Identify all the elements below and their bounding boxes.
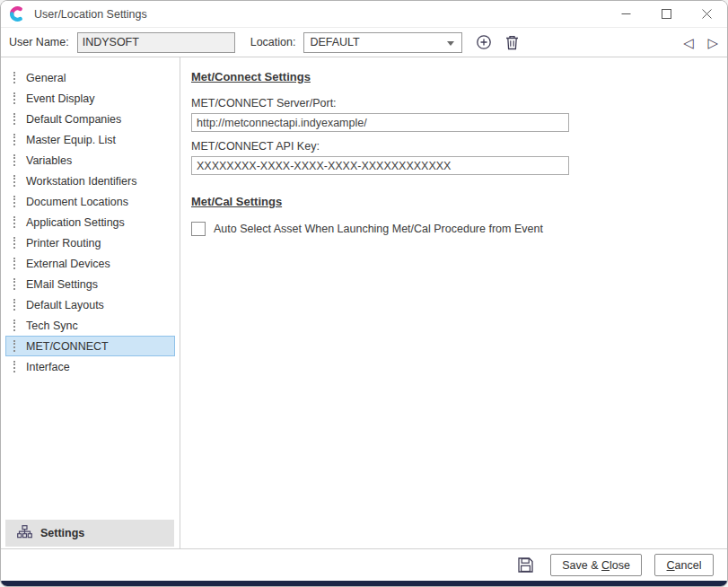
settings-sidebar: General Event Display Default Companies … bbox=[1, 57, 180, 548]
close-button[interactable] bbox=[687, 1, 727, 27]
grip-dots-icon bbox=[13, 196, 15, 207]
grip-dots-icon bbox=[13, 216, 15, 228]
toolbar: User Name: Location: DEFAULT ◁ ▷ bbox=[1, 28, 727, 57]
window-controls bbox=[606, 1, 727, 27]
window-title: User/Location Settings bbox=[34, 8, 147, 21]
sidebar-nav-list: General Event Display Default Companies … bbox=[1, 57, 180, 377]
grip-dots-icon bbox=[13, 237, 15, 249]
met-cal-settings-heading: Met/Cal Settings bbox=[191, 195, 713, 208]
grip-dots-icon bbox=[13, 72, 15, 83]
settings-tab-label: Settings bbox=[40, 527, 84, 539]
api-key-field-group: MET/CONNECT API Key: bbox=[191, 140, 713, 175]
sidebar-item-general[interactable]: General bbox=[5, 67, 175, 88]
maximize-button[interactable] bbox=[646, 1, 687, 27]
grip-dots-icon bbox=[13, 340, 15, 352]
sidebar-item-email-settings[interactable]: EMail Settings bbox=[5, 274, 175, 294]
grip-dots-icon bbox=[13, 258, 15, 269]
sidebar-item-default-layouts[interactable]: Default Layouts bbox=[5, 294, 175, 315]
sidebar-item-event-display[interactable]: Event Display bbox=[5, 88, 175, 109]
grip-dots-icon bbox=[13, 113, 15, 125]
sidebar-item-printer-routing[interactable]: Printer Routing bbox=[5, 232, 175, 253]
minimize-button[interactable] bbox=[606, 1, 646, 27]
sidebar-item-master-equip-list[interactable]: Master Equip. List bbox=[5, 129, 175, 150]
api-key-label: MET/CONNECT API Key: bbox=[191, 140, 713, 153]
grip-dots-icon bbox=[13, 92, 15, 104]
location-dropdown[interactable]: DEFAULT bbox=[303, 32, 462, 53]
titlebar: User/Location Settings bbox=[1, 1, 727, 28]
sidebar-item-external-devices[interactable]: External Devices bbox=[5, 253, 175, 274]
api-key-input[interactable] bbox=[191, 156, 569, 175]
settings-tab[interactable]: Settings bbox=[5, 520, 174, 547]
window-bottom-accent-bar bbox=[1, 581, 727, 586]
sidebar-item-default-companies[interactable]: Default Companies bbox=[5, 109, 175, 129]
sidebar-item-workstation-identifiers[interactable]: Workstation Identifiers bbox=[5, 171, 175, 191]
auto-select-asset-label: Auto Select Asset When Launching Met/Cal… bbox=[214, 223, 543, 235]
sidebar-item-met-connect[interactable]: MET/CONNECT bbox=[5, 336, 175, 356]
sitemap-icon bbox=[17, 525, 32, 542]
sidebar-item-variables[interactable]: Variables bbox=[5, 150, 175, 171]
chevron-down-icon bbox=[447, 41, 454, 46]
user-name-label: User Name: bbox=[9, 36, 69, 48]
auto-select-asset-checkbox[interactable] bbox=[191, 222, 206, 236]
sidebar-item-interface[interactable]: Interface bbox=[5, 356, 175, 377]
server-port-input[interactable] bbox=[191, 113, 569, 132]
save-and-close-button[interactable]: Save & Close bbox=[550, 554, 642, 576]
grip-dots-icon bbox=[13, 299, 15, 311]
grip-dots-icon bbox=[13, 175, 15, 187]
user-name-field bbox=[77, 32, 235, 53]
met-connect-settings-heading: Met/Connect Settings bbox=[191, 70, 713, 83]
grip-dots-icon bbox=[13, 320, 15, 331]
grip-dots-icon bbox=[13, 134, 15, 145]
grip-dots-icon bbox=[13, 361, 15, 372]
next-record-button[interactable]: ▷ bbox=[707, 36, 718, 49]
body: General Event Display Default Companies … bbox=[1, 57, 727, 548]
user-location-settings-window: User/Location Settings User Name: Locati… bbox=[0, 0, 728, 587]
grip-dots-icon bbox=[13, 154, 15, 166]
previous-record-button[interactable]: ◁ bbox=[683, 36, 694, 49]
server-port-field-group: MET/CONNECT Server/Port: bbox=[191, 97, 713, 132]
save-button[interactable] bbox=[518, 557, 533, 573]
met-connect-panel: Met/Connect Settings MET/CONNECT Server/… bbox=[180, 57, 727, 548]
grip-dots-icon bbox=[13, 278, 15, 290]
sidebar-item-application-settings[interactable]: Application Settings bbox=[5, 212, 175, 232]
sidebar-item-document-locations[interactable]: Document Locations bbox=[5, 191, 175, 212]
sidebar-item-tech-sync[interactable]: Tech Sync bbox=[5, 315, 175, 336]
footer: Save & Close Cancel bbox=[1, 548, 727, 581]
location-label: Location: bbox=[250, 36, 296, 48]
app-logo-icon bbox=[9, 5, 26, 22]
cancel-button[interactable]: Cancel bbox=[654, 554, 714, 576]
server-port-label: MET/CONNECT Server/Port: bbox=[191, 97, 713, 110]
add-location-button[interactable] bbox=[476, 34, 492, 50]
auto-select-asset-row: Auto Select Asset When Launching Met/Cal… bbox=[191, 222, 713, 236]
delete-location-button[interactable] bbox=[505, 35, 519, 50]
location-selected-value: DEFAULT bbox=[310, 36, 359, 48]
